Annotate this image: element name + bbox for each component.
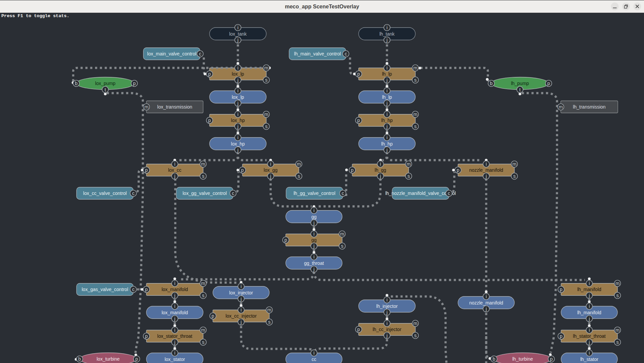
svg-text:p: p (357, 118, 360, 123)
svg-text:m: m (413, 112, 417, 117)
svg-text:lox_turbine: lox_turbine (97, 356, 120, 362)
svg-text:i: i (237, 88, 238, 93)
svg-text:m: m (264, 112, 268, 117)
svg-text:j: j (386, 124, 387, 129)
svg-text:p: p (212, 313, 214, 319)
svg-text:t: t (519, 87, 520, 92)
svg-text:s: s (616, 339, 618, 345)
svg-text:s: s (268, 319, 270, 325)
svg-text:b: b (78, 356, 81, 362)
svg-text:s: s (513, 173, 515, 179)
svg-text:i: i (237, 65, 238, 71)
svg-text:i: i (240, 307, 241, 313)
svg-text:lox_gg: lox_gg (264, 167, 277, 173)
svg-text:lh_hp: lh_hp (381, 141, 393, 147)
svg-text:m: m (615, 281, 619, 286)
svg-text:lox_stator_throat: lox_stator_throat (157, 333, 192, 339)
svg-text:m: m (413, 321, 417, 326)
svg-text:lox_cc_valve_control: lox_cc_valve_control (83, 191, 127, 196)
svg-text:p: p (145, 333, 148, 339)
svg-text:lh_transmission: lh_transmission (573, 104, 605, 110)
svg-text:i: i (386, 321, 387, 326)
svg-text:lh_lp: lh_lp (382, 71, 392, 77)
svg-text:j: j (237, 147, 238, 153)
svg-text:j: j (240, 296, 241, 301)
svg-text:j: j (270, 173, 271, 179)
svg-text:s: s (202, 339, 204, 345)
svg-text:i: i (486, 161, 487, 167)
svg-text:Press F1 to toggle stats.: Press F1 to toggle stats. (1, 13, 70, 18)
svg-text:i: i (589, 327, 590, 333)
svg-text:c: c (132, 287, 134, 292)
svg-text:lh_stator: lh_stator (580, 357, 598, 362)
svg-text:i: i (313, 231, 314, 237)
svg-text:j: j (174, 173, 175, 179)
svg-text:m: m (201, 281, 205, 286)
svg-text:i: i (313, 208, 314, 213)
svg-text:i: i (589, 281, 590, 286)
svg-text:j: j (386, 77, 387, 83)
svg-text:lh_manifold: lh_manifold (577, 287, 601, 292)
svg-text:p: p (457, 167, 459, 173)
svg-text:m: m (297, 161, 301, 167)
svg-text:i: i (380, 161, 381, 167)
svg-text:lh_gg: lh_gg (375, 167, 386, 173)
svg-text:lox_injector: lox_injector (229, 290, 253, 295)
svg-text:i: i (270, 161, 271, 167)
svg-text:i: i (589, 304, 590, 309)
svg-text:i: i (174, 327, 175, 333)
svg-text:lox_main_valve_control: lox_main_valve_control (147, 51, 196, 56)
svg-text:meco_app SceneTestOverlay: meco_app SceneTestOverlay (285, 4, 359, 9)
svg-text:m: m (559, 104, 563, 110)
svg-text:i: i (174, 304, 175, 309)
svg-text:c: c (341, 191, 344, 196)
svg-text:i: i (174, 350, 175, 356)
svg-text:j: j (237, 37, 238, 43)
svg-text:p: p (560, 333, 562, 339)
svg-text:p: p (351, 167, 354, 173)
svg-text:i: i (174, 281, 175, 286)
svg-text:j: j (237, 77, 238, 83)
svg-text:p: p (357, 71, 360, 77)
svg-text:p: p (145, 287, 148, 292)
svg-text:s: s (414, 124, 416, 129)
svg-text:b: b (75, 81, 78, 86)
svg-text:lox_manifold: lox_manifold (162, 287, 188, 292)
svg-text:i: i (237, 135, 238, 140)
svg-text:p: p (284, 237, 287, 243)
svg-text:lox_gas_valve_control: lox_gas_valve_control (82, 287, 128, 292)
svg-text:j: j (174, 316, 175, 321)
svg-text:lox_lp: lox_lp (232, 94, 244, 100)
svg-text:s: s (414, 333, 416, 338)
svg-text:i: i (386, 297, 387, 302)
svg-text:lh_pump: lh_pump (511, 81, 529, 86)
svg-text:lox_hp: lox_hp (231, 141, 245, 147)
svg-text:p: p (208, 118, 211, 123)
svg-text:m: m (267, 307, 271, 313)
svg-text:p: p (550, 356, 553, 362)
svg-text:p: p (135, 356, 138, 362)
svg-text:cc: cc (312, 357, 316, 362)
svg-text:lox_tank: lox_tank (229, 31, 247, 37)
svg-text:c: c (199, 51, 201, 56)
svg-text:m: m (340, 231, 344, 237)
svg-text:p: p (560, 287, 562, 292)
svg-text:j: j (485, 306, 487, 312)
svg-text:p: p (547, 81, 550, 86)
svg-text:lox_hp: lox_hp (231, 118, 245, 123)
svg-text:lox_transmission: lox_transmission (157, 104, 192, 110)
svg-text:p: p (241, 167, 244, 173)
svg-text:i: i (589, 350, 590, 356)
svg-text:j: j (240, 319, 241, 325)
svg-text:p: p (357, 327, 360, 332)
svg-text:j: j (174, 293, 175, 298)
svg-text:j: j (386, 37, 387, 43)
svg-text:j: j (386, 147, 387, 153)
svg-text:lox_cc: lox_cc (168, 167, 182, 173)
svg-text:j: j (313, 243, 314, 249)
svg-text:m: m (201, 161, 205, 167)
svg-text:j: j (386, 333, 387, 338)
svg-text:i: i (386, 88, 387, 93)
svg-text:s: s (202, 173, 204, 179)
svg-text:s: s (616, 293, 618, 298)
